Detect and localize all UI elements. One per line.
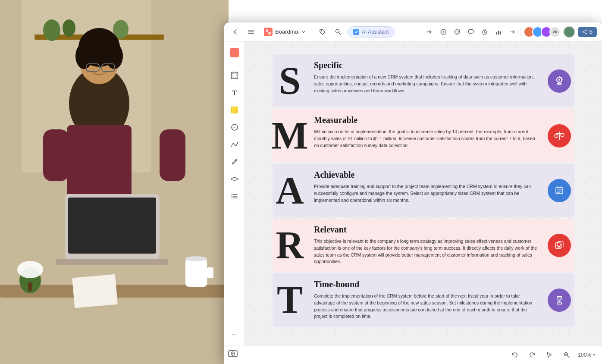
present-button[interactable] bbox=[228, 348, 238, 361]
svg-line-53 bbox=[583, 30, 585, 31]
zoom-out-button[interactable] bbox=[561, 349, 573, 361]
svg-rect-80 bbox=[556, 188, 563, 194]
current-user-avatar[interactable] bbox=[563, 26, 575, 38]
card-icon-area-m bbox=[544, 109, 574, 162]
bottom-bar: 100% ▾ bbox=[224, 345, 602, 364]
chart-button[interactable] bbox=[493, 26, 504, 38]
cursor-button[interactable] bbox=[543, 349, 555, 361]
card-content-t: Time-bound Complete the implementation o… bbox=[307, 273, 544, 326]
svg-rect-57 bbox=[232, 73, 237, 78]
top-bar-left: Boardmix bbox=[229, 26, 395, 38]
svg-point-62 bbox=[237, 178, 238, 180]
card-text-a: Provide adequate training and support to… bbox=[314, 183, 537, 204]
svg-point-50 bbox=[585, 29, 586, 31]
menu-button[interactable] bbox=[245, 26, 257, 38]
svg-rect-49 bbox=[500, 31, 501, 35]
svg-point-35 bbox=[335, 29, 339, 33]
toolbar-sep-1 bbox=[229, 64, 240, 64]
redo-button[interactable] bbox=[526, 349, 538, 361]
card-letter-m: M bbox=[273, 109, 307, 162]
svg-rect-42 bbox=[468, 29, 473, 33]
tag-button[interactable] bbox=[317, 26, 329, 38]
boardmix-logo[interactable]: Boardmix bbox=[260, 26, 309, 38]
svg-point-32 bbox=[266, 29, 268, 32]
share-button[interactable]: S bbox=[578, 27, 597, 37]
svg-line-36 bbox=[339, 33, 341, 35]
svg-point-52 bbox=[582, 31, 583, 32]
right-divider bbox=[520, 28, 521, 36]
undo-button[interactable] bbox=[509, 349, 521, 361]
card-icon-area-r bbox=[544, 219, 574, 272]
svg-point-3 bbox=[43, 19, 60, 41]
card-letter-r: R bbox=[273, 219, 307, 272]
svg-point-70 bbox=[558, 79, 560, 81]
svg-point-41 bbox=[458, 31, 458, 31]
timer-button[interactable] bbox=[479, 26, 490, 38]
toolbar-text[interactable]: T bbox=[227, 85, 242, 100]
left-toolbar: T bbox=[224, 41, 245, 345]
toolbar-pen[interactable] bbox=[227, 154, 242, 169]
svg-rect-20 bbox=[43, 129, 69, 181]
svg-point-88 bbox=[558, 301, 560, 303]
card-icon-s bbox=[548, 69, 571, 93]
card-letter-t: T bbox=[273, 273, 307, 326]
svg-rect-47 bbox=[496, 32, 497, 35]
card-icon-m bbox=[548, 124, 571, 147]
toolbar-sticky[interactable] bbox=[227, 102, 242, 118]
toolbar-palette[interactable] bbox=[227, 45, 242, 60]
svg-point-66 bbox=[231, 194, 232, 195]
svg-point-9 bbox=[185, 256, 207, 261]
card-content-a: Achievable Provide adequate training and… bbox=[307, 164, 544, 217]
back-button[interactable] bbox=[229, 26, 241, 38]
toolbar-list[interactable] bbox=[227, 188, 242, 204]
svg-rect-92 bbox=[231, 350, 232, 351]
top-bar-right: 26 S bbox=[423, 26, 597, 38]
svg-rect-8 bbox=[207, 267, 213, 278]
zoom-level-display[interactable]: 100% ▾ bbox=[578, 352, 595, 358]
svg-point-61 bbox=[231, 178, 232, 180]
svg-line-73 bbox=[561, 77, 562, 78]
svg-point-39 bbox=[455, 29, 459, 34]
card-text-s: Ensure the implementation of a new CRM s… bbox=[314, 74, 537, 94]
canvas-area[interactable]: S Specific Ensure the implementation of … bbox=[245, 41, 602, 345]
svg-point-76 bbox=[555, 134, 558, 138]
svg-line-54 bbox=[583, 32, 585, 33]
toolbar-shape[interactable] bbox=[227, 119, 242, 135]
smart-container: S Specific Ensure the implementation of … bbox=[273, 54, 574, 328]
card-letter-s: S bbox=[273, 54, 307, 107]
svg-point-51 bbox=[585, 33, 586, 34]
expand-button[interactable] bbox=[423, 26, 435, 38]
svg-text:T: T bbox=[232, 89, 237, 97]
app-window: Boardmix bbox=[224, 22, 602, 364]
play-button[interactable] bbox=[438, 26, 449, 38]
toolbar-frame[interactable] bbox=[227, 68, 242, 83]
card-text-t: Complete the implementation of the CRM s… bbox=[314, 293, 537, 320]
toolbar-connector[interactable] bbox=[227, 171, 242, 187]
zoom-value: 100% bbox=[578, 352, 591, 358]
toolbar-more-button[interactable]: ··· bbox=[227, 326, 242, 342]
smart-card-a: A Achievable Provide adequate training a… bbox=[273, 164, 574, 217]
card-title-r: Relevant bbox=[314, 225, 537, 235]
svg-point-68 bbox=[231, 198, 232, 198]
toolbar-bottom: ··· bbox=[227, 326, 242, 342]
svg-rect-23 bbox=[68, 198, 156, 254]
smart-card-r: R Relevant This objective is relevant to… bbox=[273, 219, 574, 272]
card-content-r: Relevant This objective is relevant to t… bbox=[307, 219, 544, 272]
user-avatars: 26 bbox=[524, 26, 561, 38]
svg-point-27 bbox=[17, 261, 43, 278]
card-icon-area-t bbox=[544, 273, 574, 326]
svg-point-4 bbox=[63, 19, 75, 37]
reaction-button[interactable] bbox=[452, 26, 463, 38]
main-layout: T bbox=[224, 41, 602, 345]
comment-button[interactable] bbox=[465, 26, 477, 38]
toolbar-curve[interactable] bbox=[227, 137, 242, 152]
ai-label: AI Assistant bbox=[362, 29, 389, 35]
smart-card-s: S Specific Ensure the implementation of … bbox=[273, 54, 574, 107]
more-tools-button[interactable] bbox=[507, 26, 518, 38]
svg-point-40 bbox=[455, 31, 456, 31]
svg-rect-10 bbox=[72, 274, 118, 308]
ai-assistant-button[interactable]: AI Assistant bbox=[348, 26, 395, 38]
card-content-m: Measurable Within six months of implemen… bbox=[307, 109, 544, 162]
search-button[interactable] bbox=[332, 26, 344, 38]
card-icon-t bbox=[548, 289, 571, 312]
